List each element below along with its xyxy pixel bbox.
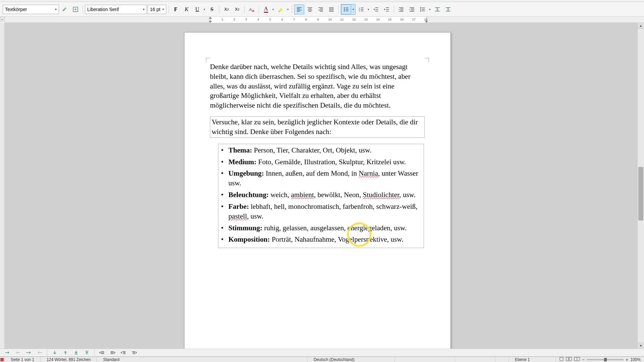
chevron-down-icon[interactable]: ▾ <box>351 8 355 11</box>
svg-rect-9 <box>0 358 4 361</box>
ruler-tick: 1 <box>221 18 223 21</box>
status-layer[interactable]: Ebene 1 <box>509 357 556 362</box>
arrow-down-button[interactable] <box>50 349 59 356</box>
save-indicator[interactable] <box>0 357 5 362</box>
ruler-tick: 3 <box>246 18 247 21</box>
increase-spacing-button[interactable] <box>432 4 442 14</box>
nav-forward-button[interactable] <box>3 349 12 356</box>
zoom-out-button[interactable]: − <box>582 357 585 362</box>
separator <box>47 349 47 357</box>
nav-back-button[interactable] <box>13 349 23 356</box>
vertical-ruler[interactable] <box>0 23 5 349</box>
chevron-down-icon[interactable]: ▾ <box>202 8 206 11</box>
scroll-up-button[interactable]: ▲ <box>638 23 644 29</box>
chevron-down-icon[interactable]: ▾ <box>286 8 290 11</box>
list-item[interactable]: •Farbe: lebhaft, hell, monochromatisch, … <box>221 202 421 221</box>
view-multi-icon[interactable] <box>566 357 572 362</box>
indent-button[interactable] <box>382 4 392 14</box>
document-page[interactable]: Denke darüber nach, welche Details wicht… <box>184 32 451 349</box>
highlight-color-button[interactable]: ▾ <box>276 4 290 14</box>
promote-sub-button[interactable] <box>119 349 128 356</box>
separator <box>244 5 245 13</box>
ruler-tick: 11 <box>340 18 344 21</box>
intro-paragraph[interactable]: Denke darüber nach, welche Details wicht… <box>210 62 411 110</box>
bullet-icon: • <box>221 157 228 167</box>
svg-point-3 <box>344 10 345 11</box>
font-size-combo[interactable]: 16 pt ▾ <box>148 5 166 14</box>
separator <box>219 5 219 13</box>
align-justify-button[interactable] <box>326 4 336 14</box>
separator <box>292 5 292 13</box>
align-right-button[interactable] <box>316 4 326 14</box>
demote-sub-button[interactable] <box>129 349 139 356</box>
arrow-up-button[interactable] <box>61 349 70 356</box>
align-left-button[interactable] <box>294 4 304 14</box>
svg-rect-12 <box>569 357 572 361</box>
status-signature[interactable] <box>495 357 509 362</box>
status-language[interactable]: Deutsch (Deutschland) <box>308 357 395 362</box>
vertical-scrollbar[interactable]: ▲ ▼ <box>637 23 644 349</box>
view-single-icon[interactable] <box>559 357 564 362</box>
status-page-style[interactable]: Standard <box>97 357 307 362</box>
strikethrough-button[interactable]: S <box>207 4 217 14</box>
svg-point-1 <box>344 7 345 8</box>
subscript-button[interactable]: X2 <box>232 4 242 14</box>
list-item[interactable]: •Stimmung: ruhig, gelassen, ausgelassen,… <box>221 223 421 233</box>
horizontal-ruler[interactable]: 123456789101112131415161718 <box>5 17 644 23</box>
list-item[interactable]: •Medium: Foto, Gemälde, Illustration, Sk… <box>221 157 421 167</box>
zoom-value[interactable]: 100% <box>630 357 641 362</box>
svg-point-8 <box>41 352 42 353</box>
status-page[interactable]: Seite 1 von 1 <box>5 357 41 362</box>
update-style-button[interactable] <box>60 4 70 14</box>
bullet-icon: • <box>221 190 228 200</box>
list-item[interactable]: •Komposition: Porträt, Nahaufnahme, Voge… <box>221 235 421 244</box>
bold-button[interactable]: F <box>171 4 181 14</box>
bullet-list-button[interactable]: ▾ <box>341 4 356 15</box>
svg-rect-10 <box>560 357 563 361</box>
ruler-tick: 17 <box>412 18 416 21</box>
status-selection-mode[interactable] <box>455 357 495 362</box>
view-book-icon[interactable] <box>574 357 580 362</box>
margin-corner <box>425 58 429 62</box>
bullet-list-frame[interactable]: •Thema: Person, Tier, Charakter, Ort, Ob… <box>218 144 424 248</box>
nav-link-back-button[interactable] <box>35 349 44 356</box>
scroll-thumb[interactable] <box>638 167 643 221</box>
chevron-down-icon[interactable]: ▾ <box>271 8 275 11</box>
ruler-tick: 12 <box>352 18 356 21</box>
svg-point-2 <box>344 9 345 10</box>
increase-indent-button[interactable] <box>407 4 417 14</box>
status-word-count[interactable]: 124 Wörter, 891 Zeichen <box>41 357 97 362</box>
status-insert-mode[interactable] <box>395 357 455 362</box>
underline-button[interactable]: U ▾ <box>192 4 206 14</box>
zoom-in-button[interactable]: + <box>626 357 628 362</box>
list-item[interactable]: •Thema: Person, Tier, Charakter, Ort, Ob… <box>221 145 421 155</box>
outdent-button[interactable] <box>371 4 381 14</box>
nav-link-forward-button[interactable] <box>24 349 34 356</box>
chevron-down-icon[interactable]: ▾ <box>366 8 370 11</box>
arrow-up-bar-button[interactable] <box>82 349 92 356</box>
demote-button[interactable] <box>108 349 117 356</box>
svg-rect-11 <box>566 357 569 361</box>
align-center-button[interactable] <box>305 4 315 14</box>
zoom-slider[interactable] <box>587 359 624 360</box>
framed-paragraph[interactable]: Versuche, klar zu sein, bezüglich jeglic… <box>210 116 425 138</box>
italic-button[interactable]: K <box>181 4 192 14</box>
new-style-button[interactable] <box>70 4 80 14</box>
numbered-list-button[interactable]: 123 ▾ <box>356 4 370 14</box>
list-item[interactable]: •Beleuchtung: weich, ambient, bewölkt, N… <box>221 190 421 200</box>
chevron-down-icon[interactable]: ▾ <box>428 8 432 11</box>
promote-button[interactable] <box>97 349 107 356</box>
list-item-content: Thema: Person, Tier, Charakter, Ort, Obj… <box>228 145 421 155</box>
scroll-down-button[interactable]: ▼ <box>638 343 644 349</box>
font-name-combo[interactable]: Liberation Serif ▾ <box>85 5 147 14</box>
line-spacing-button[interactable]: ▾ <box>418 4 432 14</box>
clear-formatting-button[interactable]: A <box>247 4 257 14</box>
arrow-down-bar-button[interactable] <box>71 349 81 356</box>
paragraph-style-combo[interactable]: Textkörper ▾ <box>3 5 59 14</box>
decrease-spacing-button[interactable] <box>443 4 453 14</box>
list-item[interactable]: •Umgebung: Innen, außen, auf dem Mond, i… <box>221 169 421 188</box>
decrease-indent-button[interactable] <box>396 4 406 14</box>
bullet-icon: • <box>221 145 228 155</box>
superscript-button[interactable]: X2 <box>221 4 231 14</box>
font-color-button[interactable]: A ▾ <box>261 4 275 14</box>
